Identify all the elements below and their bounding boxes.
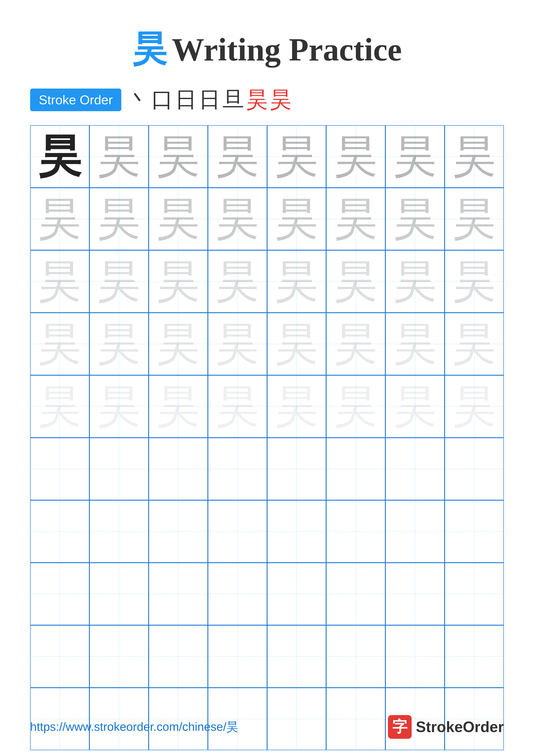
practice-char: 昊 <box>216 198 259 240</box>
grid-cell[interactable]: 昊 <box>208 250 267 313</box>
practice-char: 昊 <box>97 385 140 428</box>
practice-char: 昊 <box>97 322 140 365</box>
grid-cell[interactable] <box>149 500 208 563</box>
grid-cell[interactable]: 昊 <box>326 125 385 188</box>
grid-cell[interactable]: 昊 <box>385 125 445 188</box>
grid-cell[interactable] <box>326 438 385 500</box>
stroke-5: 旦 <box>222 85 244 115</box>
grid-cell[interactable]: 昊 <box>267 313 326 375</box>
practice-char: 昊 <box>275 198 318 240</box>
grid-cell[interactable] <box>267 438 326 500</box>
grid-cell[interactable] <box>445 625 504 688</box>
practice-char: 昊 <box>453 198 496 240</box>
practice-char: 昊 <box>275 260 318 303</box>
grid-row-3: 昊 昊 昊 昊 昊 昊 昊 昊 <box>30 250 504 313</box>
grid-cell[interactable] <box>149 438 208 500</box>
grid-cell[interactable]: 昊 <box>445 375 504 438</box>
practice-char: 昊 <box>275 322 318 365</box>
grid-cell[interactable] <box>326 625 385 688</box>
grid-cell[interactable] <box>385 625 445 688</box>
grid-cell[interactable] <box>89 563 149 625</box>
grid-cell[interactable]: 昊 <box>326 313 385 375</box>
grid-cell[interactable] <box>385 500 445 563</box>
grid-cell[interactable] <box>326 563 385 625</box>
grid-cell[interactable]: 昊 <box>326 188 385 250</box>
stroke-order-badge: Stroke Order <box>30 89 121 111</box>
grid-cell[interactable]: 昊 <box>30 188 89 250</box>
grid-cell[interactable] <box>30 438 89 500</box>
practice-char: 昊 <box>216 135 259 178</box>
title-english: Writing Practice <box>172 32 402 68</box>
grid-cell[interactable] <box>267 563 326 625</box>
grid-cell[interactable] <box>267 625 326 688</box>
grid-cell[interactable]: 昊 <box>385 375 445 438</box>
grid-cell[interactable] <box>208 625 267 688</box>
grid-cell[interactable]: 昊 <box>326 375 385 438</box>
grid-row-5: 昊 昊 昊 昊 昊 昊 昊 昊 <box>30 375 504 438</box>
grid-cell[interactable]: 昊 <box>445 313 504 375</box>
grid-row-4: 昊 昊 昊 昊 昊 昊 昊 昊 <box>30 313 504 375</box>
grid-row-8 <box>30 563 504 625</box>
grid-cell[interactable] <box>326 500 385 563</box>
grid-cell[interactable]: 昊 <box>385 188 445 250</box>
grid-cell[interactable]: 昊 <box>385 250 445 313</box>
grid-row-7 <box>30 500 504 563</box>
grid-cell[interactable]: 昊 <box>89 125 149 188</box>
title-chinese: 昊 <box>132 30 167 68</box>
grid-cell[interactable]: 昊 <box>267 375 326 438</box>
practice-char: 昊 <box>216 322 259 365</box>
grid-cell[interactable]: 昊 <box>149 313 208 375</box>
stroke-3: 日 <box>175 85 197 115</box>
grid-cell[interactable]: 昊 <box>89 313 149 375</box>
grid-cell[interactable]: 昊 <box>149 375 208 438</box>
grid-cell[interactable] <box>89 625 149 688</box>
practice-char: 昊 <box>275 135 318 178</box>
grid-cell[interactable]: 昊 <box>149 125 208 188</box>
grid-cell[interactable]: 昊 <box>208 375 267 438</box>
grid-cell[interactable]: 昊 <box>89 375 149 438</box>
grid-cell[interactable]: 昊 <box>30 313 89 375</box>
grid-cell[interactable]: 昊 <box>267 188 326 250</box>
grid-cell[interactable] <box>149 625 208 688</box>
stroke-2: 口 <box>151 85 173 115</box>
grid-cell[interactable]: 昊 <box>445 250 504 313</box>
grid-cell[interactable] <box>30 625 89 688</box>
grid-cell[interactable]: 昊 <box>149 250 208 313</box>
grid-cell[interactable] <box>208 438 267 500</box>
grid-cell[interactable]: 昊 <box>89 188 149 250</box>
grid-cell[interactable] <box>30 500 89 563</box>
practice-char: 昊 <box>334 135 377 178</box>
grid-cell[interactable] <box>149 563 208 625</box>
grid-cell[interactable]: 昊 <box>89 250 149 313</box>
practice-char: 昊 <box>38 198 81 240</box>
grid-cell[interactable] <box>89 500 149 563</box>
page-title: 昊 Writing Practice <box>0 0 534 72</box>
grid-cell[interactable] <box>445 563 504 625</box>
grid-cell[interactable]: 昊 <box>445 125 504 188</box>
grid-cell[interactable] <box>89 438 149 500</box>
grid-cell[interactable] <box>208 500 267 563</box>
practice-char: 昊 <box>38 260 81 303</box>
practice-char: 昊 <box>97 198 140 240</box>
grid-cell[interactable]: 昊 <box>149 188 208 250</box>
brand-icon: 字 <box>388 715 412 739</box>
grid-cell[interactable] <box>385 563 445 625</box>
grid-cell[interactable]: 昊 <box>385 313 445 375</box>
grid-cell[interactable] <box>445 438 504 500</box>
grid-cell[interactable]: 昊 <box>208 313 267 375</box>
grid-cell[interactable] <box>385 438 445 500</box>
grid-cell[interactable] <box>445 500 504 563</box>
grid-cell[interactable]: 昊 <box>30 375 89 438</box>
grid-cell[interactable]: 昊 <box>30 125 89 188</box>
grid-cell[interactable]: 昊 <box>208 188 267 250</box>
grid-cell[interactable]: 昊 <box>208 125 267 188</box>
grid-cell[interactable]: 昊 <box>267 125 326 188</box>
grid-cell[interactable] <box>30 563 89 625</box>
grid-cell[interactable] <box>267 500 326 563</box>
grid-cell[interactable]: 昊 <box>267 250 326 313</box>
grid-cell[interactable]: 昊 <box>326 250 385 313</box>
practice-char: 昊 <box>394 260 437 303</box>
grid-cell[interactable]: 昊 <box>30 250 89 313</box>
grid-cell[interactable] <box>208 563 267 625</box>
grid-cell[interactable]: 昊 <box>445 188 504 250</box>
